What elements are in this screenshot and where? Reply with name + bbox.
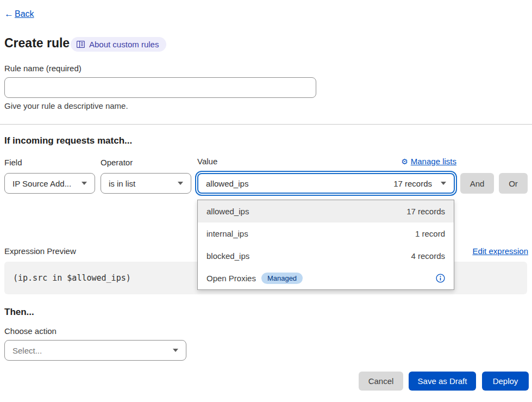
list-option-records: 1 record <box>415 229 445 238</box>
list-option-name: allowed_ips <box>206 207 249 216</box>
value-select-value: allowed_ips <box>206 179 248 188</box>
edit-expression-link[interactable]: Edit expression <box>472 246 528 256</box>
back-link[interactable]: ← Back <box>4 9 34 20</box>
rule-name-input[interactable] <box>4 77 316 98</box>
operator-label: Operator <box>101 158 133 167</box>
field-select-value: IP Source Add... <box>12 179 71 188</box>
save-as-draft-button[interactable]: Save as Draft <box>409 372 476 391</box>
chevron-down-icon <box>178 182 183 185</box>
and-button[interactable]: And <box>460 173 494 194</box>
list-dropdown: allowed_ips 17 records internal_ips 1 re… <box>197 200 454 290</box>
expression-preview-label: Expression Preview <box>4 246 76 256</box>
about-custom-rules-label: About custom rules <box>89 40 159 49</box>
operator-select[interactable]: is in list <box>101 173 191 194</box>
manage-lists-label: Manage lists <box>411 157 456 166</box>
list-option-allowed-ips[interactable]: allowed_ips 17 records <box>198 200 454 222</box>
operator-select-value: is in list <box>109 179 135 188</box>
info-icon[interactable] <box>436 274 445 283</box>
or-button[interactable]: Or <box>499 173 528 194</box>
rule-name-helper: Give your rule a descriptive name. <box>4 101 128 110</box>
section-divider <box>0 124 532 125</box>
value-header-row: Value ⚙ Manage lists <box>197 157 456 166</box>
match-section-heading: If incoming requests match... <box>4 135 132 146</box>
chevron-down-icon <box>173 349 178 352</box>
choose-action-label: Choose action <box>4 326 57 336</box>
field-select[interactable]: IP Source Add... <box>4 173 95 194</box>
chevron-down-icon <box>441 182 446 185</box>
list-option-blocked-ips[interactable]: blocked_ips 4 records <box>198 245 454 267</box>
manage-lists-link[interactable]: ⚙ Manage lists <box>401 157 456 166</box>
value-select-records: 17 records <box>393 179 432 188</box>
deploy-button[interactable]: Deploy <box>482 372 529 391</box>
list-option-records: 17 records <box>406 207 445 216</box>
managed-badge: Managed <box>261 273 303 284</box>
about-custom-rules-link[interactable]: About custom rules <box>71 37 166 52</box>
create-rule-page: ← Back Create rule About custom rules Ru… <box>0 0 532 402</box>
value-select[interactable]: allowed_ips 17 records <box>197 173 455 194</box>
chevron-down-icon <box>82 182 87 185</box>
value-label: Value <box>197 157 217 166</box>
list-option-name: Open Proxies <box>206 274 256 283</box>
rule-name-label: Rule name (required) <box>4 64 82 73</box>
list-option-records: 4 records <box>411 251 445 261</box>
list-option-open-proxies[interactable]: Open Proxies Managed <box>198 267 454 289</box>
gear-icon: ⚙ <box>401 157 408 166</box>
list-option-internal-ips[interactable]: internal_ips 1 record <box>198 222 454 245</box>
back-arrow-icon: ← <box>4 9 14 20</box>
then-section-heading: Then... <box>4 307 34 318</box>
book-icon <box>77 41 85 48</box>
action-select[interactable]: Select... <box>4 340 186 361</box>
back-label: Back <box>15 9 34 19</box>
action-select-placeholder: Select... <box>12 346 42 355</box>
expression-code: (ip.src in $allowed_ips) <box>13 262 131 294</box>
page-title: Create rule <box>4 36 70 51</box>
field-label: Field <box>4 158 22 167</box>
cancel-button[interactable]: Cancel <box>359 372 403 391</box>
list-option-name: internal_ips <box>206 229 248 238</box>
list-option-name: blocked_ips <box>206 251 249 261</box>
